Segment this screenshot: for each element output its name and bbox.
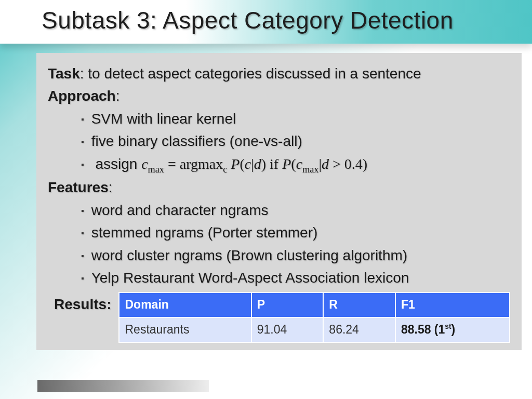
approach-label: Approach bbox=[48, 88, 116, 104]
table-row: Restaurants 91.04 86.24 88.58 (1st) bbox=[119, 317, 510, 342]
slide-body: Task: to detect aspect categories discus… bbox=[36, 53, 522, 350]
cell-r: 86.24 bbox=[323, 317, 395, 342]
list-item: SVM with linear kernel bbox=[81, 108, 510, 130]
task-label: Task bbox=[48, 65, 80, 82]
slide-title: Subtask 3: Aspect Category Detection bbox=[42, 6, 490, 34]
features-list: word and character ngrams stemmed ngrams… bbox=[81, 199, 510, 289]
col-f1: F1 bbox=[395, 292, 510, 317]
results-table: Domain P R F1 Restaurants 91.04 86.24 88… bbox=[118, 292, 510, 342]
approach-list: SVM with linear kernel five binary class… bbox=[81, 108, 510, 177]
cell-domain: Restaurants bbox=[119, 317, 251, 342]
col-domain: Domain bbox=[119, 292, 251, 317]
cell-f1: 88.58 (1st) bbox=[395, 317, 510, 342]
slide-header: Subtask 3: Aspect Category Detection bbox=[0, 0, 532, 44]
list-item: five binary classifiers (one-vs-all) bbox=[81, 130, 510, 152]
features-label: Features bbox=[48, 179, 109, 195]
col-p: P bbox=[251, 292, 324, 317]
table-header-row: Domain P R F1 bbox=[119, 292, 510, 317]
list-item: stemmed ngrams (Porter stemmer) bbox=[81, 221, 510, 244]
assign-prefix: assign bbox=[95, 156, 141, 172]
list-item: Yelp Restaurant Word-Aspect Association … bbox=[81, 267, 510, 289]
assign-formula: cmax = argmaxc P(c|d) if P(cmax|d > 0.4) bbox=[141, 156, 367, 172]
features-heading: Features: bbox=[48, 176, 510, 198]
results-row: Results: Domain P R F1 Restaurants 91.04… bbox=[54, 292, 510, 342]
footer-accent-bar bbox=[37, 380, 209, 392]
results-label: Results: bbox=[54, 292, 111, 315]
task-line: Task: to detect aspect categories discus… bbox=[48, 62, 510, 85]
list-item: word and character ngrams bbox=[81, 199, 510, 221]
list-item: assign cmax = argmaxc P(c|d) if P(cmax|d… bbox=[81, 153, 510, 177]
task-text: : to detect aspect categories discussed … bbox=[80, 65, 421, 82]
approach-heading: Approach: bbox=[48, 85, 510, 107]
col-r: R bbox=[323, 292, 395, 317]
list-item: word cluster ngrams (Brown clustering al… bbox=[81, 244, 510, 267]
cell-p: 91.04 bbox=[251, 317, 324, 342]
